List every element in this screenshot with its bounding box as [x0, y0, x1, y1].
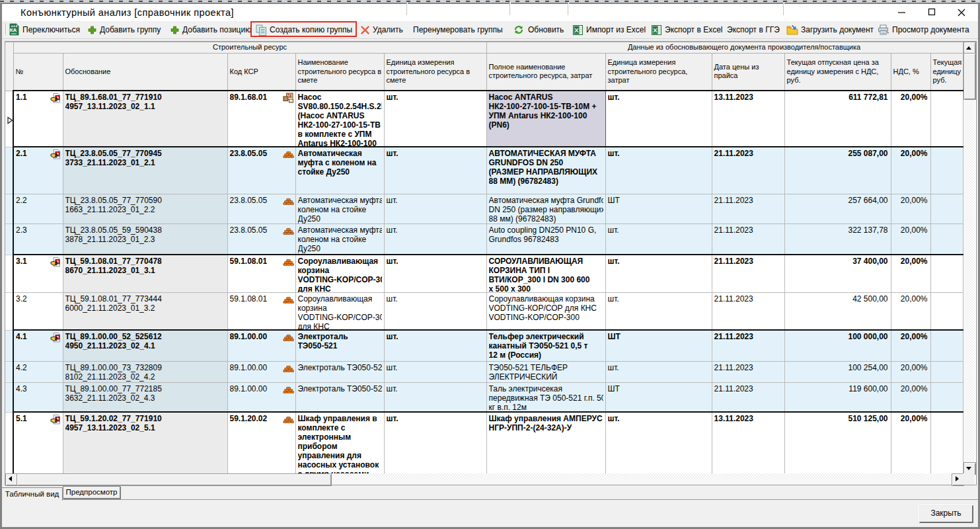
svg-text:X: X — [653, 26, 658, 34]
svg-text:X: X — [574, 26, 579, 34]
svg-text:КА: КА — [10, 27, 17, 33]
